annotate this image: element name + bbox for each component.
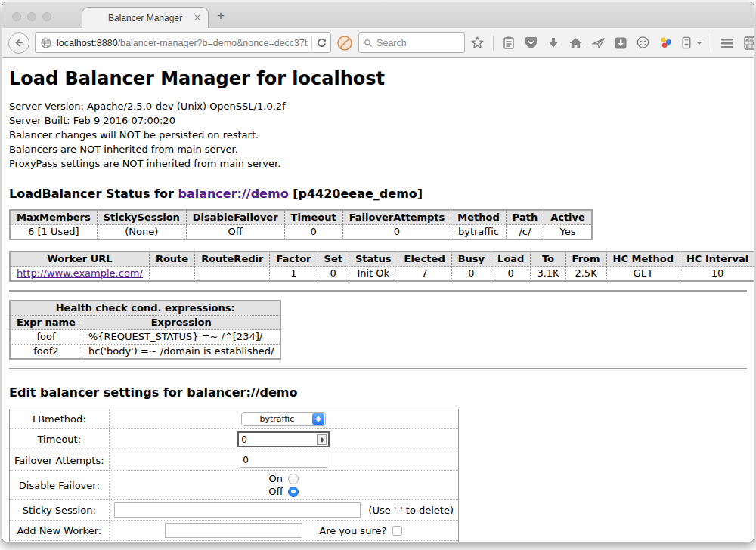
col-active: Active <box>544 210 592 225</box>
cell-busy: 0 <box>451 267 491 282</box>
extension-dots-button[interactable] <box>658 36 673 50</box>
grid-extension-button[interactable] <box>743 36 754 51</box>
balancer-data-row: 6 [1 Used] (None) Off 0 0 bytraffic /c/ … <box>10 225 592 240</box>
worker-url-link[interactable]: http://www.example.com/ <box>17 267 143 279</box>
health-table-title: Health check cond. expressions: <box>10 301 280 316</box>
col-path: Path <box>506 210 544 225</box>
tab-title: Balancer Manager <box>108 13 182 23</box>
menu-button[interactable] <box>720 37 735 49</box>
failover-attempts-input[interactable] <box>240 453 327 468</box>
divider-2 <box>9 368 747 369</box>
disable-failover-on-radio[interactable] <box>288 474 299 484</box>
new-tab-button[interactable]: + <box>217 8 225 23</box>
edit-balancer-form: LBmethod: bytraffic Timeout: <box>9 409 459 542</box>
lbmethod-row: LBmethod: bytraffic <box>10 409 459 429</box>
reading-list-button[interactable] <box>502 36 516 50</box>
feedback-smiley-icon <box>636 36 650 50</box>
sticky-session-input[interactable] <box>114 502 361 518</box>
number-spinner-icon[interactable] <box>317 434 327 445</box>
video-download-button[interactable] <box>614 36 627 50</box>
downloads-button[interactable] <box>547 36 560 50</box>
url-path: /balancer-manager?b=demo&nonce=decc37be-… <box>118 38 308 48</box>
search-bar[interactable] <box>358 32 465 53</box>
inherit-note-line: Balancers are NOT inherited from main se… <box>9 142 747 156</box>
cell-expr-name-2: foof2 <box>10 345 82 360</box>
lbmethod-select[interactable]: bytraffic <box>241 412 326 426</box>
col-disablefailover: DisableFailover <box>186 210 284 225</box>
bookmark-star-button[interactable] <box>470 36 485 50</box>
tab-balancer-manager[interactable]: Balancer Manager × <box>82 7 209 28</box>
add-worker-input[interactable] <box>165 523 302 538</box>
sticky-session-hint: (Use '-' to delete) <box>368 505 454 516</box>
urlbar-divider <box>311 36 312 50</box>
reload-icon[interactable] <box>316 37 327 48</box>
back-icon <box>14 37 25 48</box>
send-to-device-button[interactable] <box>591 36 606 50</box>
cell-set: 0 <box>318 267 349 282</box>
close-window-button[interactable] <box>12 12 21 21</box>
select-stepper-icon <box>312 413 324 425</box>
status-heading-suffix: [p4420eeae_demo] <box>289 187 423 201</box>
server-info: Server Version: Apache/2.5.0-dev (Unix) … <box>9 99 747 171</box>
col-hc-interval: HC Interval <box>680 252 754 267</box>
blocked-icon <box>336 35 353 51</box>
cell-route <box>149 267 194 282</box>
cell-maxmembers: 6 [1 Used] <box>10 225 97 240</box>
worker-table: Worker URL Route RouteRedir Factor Set S… <box>9 251 754 282</box>
edit-balancer-heading: Edit balancer settings for balancer://de… <box>9 385 747 400</box>
tab-close-icon[interactable]: × <box>194 12 201 23</box>
cell-failoverattempts: 0 <box>342 225 451 240</box>
grid-icon <box>743 36 754 51</box>
lbmethod-label: LBmethod: <box>10 409 110 429</box>
chevron-down-icon[interactable] <box>696 42 702 45</box>
disable-failover-off-radio[interactable] <box>288 487 299 497</box>
add-worker-label: Add New Worker: <box>10 521 110 541</box>
col-worker-url: Worker URL <box>10 252 149 267</box>
timeout-input[interactable] <box>237 431 330 447</box>
col-set: Set <box>318 252 349 267</box>
worker-data-row: http://www.example.com/ 1 0 Init Ok 7 0 … <box>10 267 754 282</box>
device-icon <box>681 36 692 50</box>
star-icon <box>470 36 485 50</box>
zoom-window-button[interactable] <box>42 12 51 21</box>
url-text: localhost:8880/balancer-manager?b=demo&n… <box>57 38 308 48</box>
are-you-sure-checkbox[interactable] <box>392 526 402 536</box>
cell-path: /c/ <box>506 225 544 240</box>
home-button[interactable] <box>569 36 583 50</box>
balancer-status-table: MaxMembers StickySession DisableFailover… <box>9 209 593 240</box>
cell-elected: 7 <box>398 267 451 282</box>
submit-row: Submit <box>10 541 459 542</box>
col-load: Load <box>491 252 531 267</box>
add-worker-row: Add New Worker: Are you sure? <box>10 521 459 541</box>
col-hc-method: HC Method <box>606 252 680 267</box>
url-domain: localhost:8880 <box>57 38 118 48</box>
feedback-button[interactable] <box>636 36 650 50</box>
menu-icon <box>720 37 735 49</box>
failover-attempts-row: Failover Attempts: <box>10 450 459 471</box>
search-input[interactable] <box>376 38 460 48</box>
cell-expression-2: hc('body') =~ /domain is established/ <box>82 345 280 360</box>
health-check-table: Health check cond. expressions: Expr nam… <box>9 300 281 360</box>
balancer-demo-link[interactable]: balancer://demo <box>178 187 288 201</box>
disable-failover-on-option: On <box>269 473 299 484</box>
balancer-header-row: MaxMembers StickySession DisableFailover… <box>10 210 592 225</box>
col-routeredir: RouteRedir <box>195 252 270 267</box>
col-from: From <box>565 252 606 267</box>
content-blocked-button[interactable] <box>336 35 353 51</box>
download-icon <box>547 36 560 50</box>
are-you-sure-label: Are you sure? <box>319 525 386 536</box>
health-header-row: Expr name Expression <box>10 316 280 330</box>
timeout-label: Timeout: <box>10 429 110 450</box>
minimize-window-button[interactable] <box>27 12 36 21</box>
globe-icon <box>40 37 52 49</box>
on-label: On <box>269 473 283 484</box>
device-sync-button[interactable] <box>681 36 692 50</box>
persist-note-line: Balancer changes will NOT be persisted o… <box>9 128 747 142</box>
pocket-button[interactable] <box>524 36 538 50</box>
url-bar[interactable]: localhost:8880/balancer-manager?b=demo&n… <box>35 32 331 53</box>
pocket-icon <box>524 36 538 50</box>
window-controls <box>12 12 51 21</box>
toolbar-divider <box>493 36 494 51</box>
back-button[interactable] <box>8 32 29 54</box>
sticky-session-row: Sticky Session: (Use '-' to delete) <box>10 500 459 521</box>
